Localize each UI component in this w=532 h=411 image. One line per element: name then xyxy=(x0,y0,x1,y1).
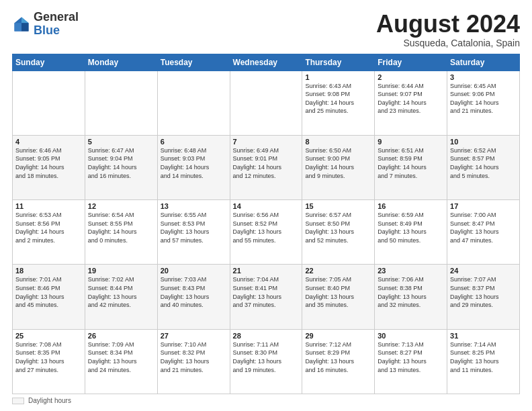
day-info: Sunrise: 7:01 AM Sunset: 8:46 PM Dayligh… xyxy=(15,275,82,309)
calendar-cell: 10Sunrise: 6:52 AM Sunset: 8:57 PM Dayli… xyxy=(447,135,520,199)
calendar-header-row: SundayMondayTuesdayWednesdayThursdayFrid… xyxy=(13,54,520,71)
day-number: 1 xyxy=(305,73,371,81)
logo-general: General xyxy=(34,10,79,24)
day-number: 15 xyxy=(305,202,371,210)
day-number: 25 xyxy=(15,332,82,340)
calendar-cell: 19Sunrise: 7:02 AM Sunset: 8:44 PM Dayli… xyxy=(85,265,157,329)
calendar-cell: 25Sunrise: 7:08 AM Sunset: 8:35 PM Dayli… xyxy=(13,329,85,394)
calendar-cell: 17Sunrise: 7:00 AM Sunset: 8:47 PM Dayli… xyxy=(447,200,520,265)
day-number: 18 xyxy=(15,267,82,275)
calendar-cell: 24Sunrise: 7:07 AM Sunset: 8:37 PM Dayli… xyxy=(447,265,520,329)
day-info: Sunrise: 7:08 AM Sunset: 8:35 PM Dayligh… xyxy=(15,340,82,374)
day-number: 5 xyxy=(88,138,154,146)
calendar-cell xyxy=(13,71,85,135)
day-info: Sunrise: 7:03 AM Sunset: 8:43 PM Dayligh… xyxy=(161,275,227,309)
weekday-header: Thursday xyxy=(302,54,375,71)
day-info: Sunrise: 6:45 AM Sunset: 9:06 PM Dayligh… xyxy=(450,82,517,116)
calendar-cell: 7Sunrise: 6:49 AM Sunset: 9:01 PM Daylig… xyxy=(230,135,302,199)
day-number: 30 xyxy=(378,332,444,340)
weekday-header: Friday xyxy=(375,54,447,71)
day-number: 31 xyxy=(450,332,517,340)
day-info: Sunrise: 6:52 AM Sunset: 8:57 PM Dayligh… xyxy=(450,146,517,180)
calendar-cell xyxy=(157,71,230,135)
day-info: Sunrise: 7:05 AM Sunset: 8:40 PM Dayligh… xyxy=(305,275,371,309)
month-year: August 2024 xyxy=(376,11,520,38)
day-number: 23 xyxy=(378,267,444,275)
calendar-cell: 13Sunrise: 6:55 AM Sunset: 8:53 PM Dayli… xyxy=(157,200,230,265)
weekday-header: Wednesday xyxy=(230,54,302,71)
day-info: Sunrise: 6:53 AM Sunset: 8:56 PM Dayligh… xyxy=(15,211,82,244)
footer-label: Daylight hours xyxy=(28,397,71,404)
day-info: Sunrise: 7:11 AM Sunset: 8:30 PM Dayligh… xyxy=(233,340,300,374)
day-number: 6 xyxy=(161,138,227,146)
calendar-table: SundayMondayTuesdayWednesdayThursdayFrid… xyxy=(12,54,520,394)
day-info: Sunrise: 6:55 AM Sunset: 8:53 PM Dayligh… xyxy=(161,211,227,244)
day-info: Sunrise: 6:47 AM Sunset: 9:04 PM Dayligh… xyxy=(88,146,154,180)
calendar-cell: 8Sunrise: 6:50 AM Sunset: 9:00 PM Daylig… xyxy=(302,135,375,199)
calendar-cell: 5Sunrise: 6:47 AM Sunset: 9:04 PM Daylig… xyxy=(85,135,157,199)
calendar-week-row: 1Sunrise: 6:43 AM Sunset: 9:08 PM Daylig… xyxy=(13,71,520,135)
day-number: 22 xyxy=(305,267,371,275)
day-number: 10 xyxy=(450,138,517,146)
day-info: Sunrise: 6:56 AM Sunset: 8:52 PM Dayligh… xyxy=(233,211,300,244)
calendar-cell: 26Sunrise: 7:09 AM Sunset: 8:34 PM Dayli… xyxy=(85,329,157,394)
page: General Blue August 2024 Susqueda, Catal… xyxy=(0,0,532,411)
day-number: 28 xyxy=(233,332,300,340)
day-number: 29 xyxy=(305,332,371,340)
calendar-cell: 23Sunrise: 7:06 AM Sunset: 8:38 PM Dayli… xyxy=(375,265,447,329)
day-number: 27 xyxy=(161,332,227,340)
calendar-cell: 27Sunrise: 7:10 AM Sunset: 8:32 PM Dayli… xyxy=(157,329,230,394)
calendar-cell xyxy=(85,71,157,135)
location: Susqueda, Catalonia, Spain xyxy=(376,38,520,48)
day-number: 8 xyxy=(305,138,371,146)
calendar-cell: 21Sunrise: 7:04 AM Sunset: 8:41 PM Dayli… xyxy=(230,265,302,329)
calendar-cell: 1Sunrise: 6:43 AM Sunset: 9:08 PM Daylig… xyxy=(302,71,375,135)
day-info: Sunrise: 6:59 AM Sunset: 8:49 PM Dayligh… xyxy=(378,211,444,244)
day-info: Sunrise: 7:12 AM Sunset: 8:29 PM Dayligh… xyxy=(305,340,371,374)
day-info: Sunrise: 7:06 AM Sunset: 8:38 PM Dayligh… xyxy=(378,275,444,309)
calendar-cell: 16Sunrise: 6:59 AM Sunset: 8:49 PM Dayli… xyxy=(375,200,447,265)
calendar-cell: 12Sunrise: 6:54 AM Sunset: 8:55 PM Dayli… xyxy=(85,200,157,265)
day-number: 13 xyxy=(161,202,227,210)
calendar-week-row: 11Sunrise: 6:53 AM Sunset: 8:56 PM Dayli… xyxy=(13,200,520,265)
day-number: 17 xyxy=(450,202,517,210)
calendar-week-row: 18Sunrise: 7:01 AM Sunset: 8:46 PM Dayli… xyxy=(13,265,520,329)
logo-blue-text: Blue xyxy=(34,24,60,37)
day-info: Sunrise: 7:04 AM Sunset: 8:41 PM Dayligh… xyxy=(233,275,300,309)
calendar-week-row: 4Sunrise: 6:46 AM Sunset: 9:05 PM Daylig… xyxy=(13,135,520,199)
day-number: 24 xyxy=(450,267,517,275)
day-info: Sunrise: 7:00 AM Sunset: 8:47 PM Dayligh… xyxy=(450,211,517,244)
footer: Daylight hours xyxy=(12,397,520,404)
day-number: 21 xyxy=(233,267,300,275)
svg-marker-2 xyxy=(21,23,29,31)
calendar-cell: 4Sunrise: 6:46 AM Sunset: 9:05 PM Daylig… xyxy=(13,135,85,199)
day-number: 26 xyxy=(88,332,154,340)
day-info: Sunrise: 7:13 AM Sunset: 8:27 PM Dayligh… xyxy=(378,340,444,374)
svg-marker-1 xyxy=(21,17,29,23)
calendar-cell: 31Sunrise: 7:14 AM Sunset: 8:25 PM Dayli… xyxy=(447,329,520,394)
header: General Blue August 2024 Susqueda, Catal… xyxy=(12,11,520,48)
day-info: Sunrise: 6:49 AM Sunset: 9:01 PM Dayligh… xyxy=(233,146,300,180)
day-number: 7 xyxy=(233,138,300,146)
day-number: 14 xyxy=(233,202,300,210)
calendar-cell: 15Sunrise: 6:57 AM Sunset: 8:50 PM Dayli… xyxy=(302,200,375,265)
day-number: 3 xyxy=(450,73,517,81)
calendar-cell: 11Sunrise: 6:53 AM Sunset: 8:56 PM Dayli… xyxy=(13,200,85,265)
weekday-header: Tuesday xyxy=(157,54,230,71)
day-number: 9 xyxy=(378,138,444,146)
svg-marker-3 xyxy=(15,23,22,31)
day-number: 4 xyxy=(15,138,82,146)
day-number: 20 xyxy=(161,267,227,275)
day-info: Sunrise: 7:10 AM Sunset: 8:32 PM Dayligh… xyxy=(161,340,227,374)
calendar-week-row: 25Sunrise: 7:08 AM Sunset: 8:35 PM Dayli… xyxy=(13,329,520,394)
logo: General Blue xyxy=(12,11,79,38)
calendar-cell: 6Sunrise: 6:48 AM Sunset: 9:03 PM Daylig… xyxy=(157,135,230,199)
title-block: August 2024 Susqueda, Catalonia, Spain xyxy=(376,11,520,48)
day-info: Sunrise: 6:43 AM Sunset: 9:08 PM Dayligh… xyxy=(305,82,371,116)
day-number: 2 xyxy=(378,73,444,81)
calendar-cell: 28Sunrise: 7:11 AM Sunset: 8:30 PM Dayli… xyxy=(230,329,302,394)
calendar-cell: 9Sunrise: 6:51 AM Sunset: 8:59 PM Daylig… xyxy=(375,135,447,199)
day-info: Sunrise: 6:48 AM Sunset: 9:03 PM Dayligh… xyxy=(161,146,227,180)
weekday-header: Monday xyxy=(85,54,157,71)
day-info: Sunrise: 6:57 AM Sunset: 8:50 PM Dayligh… xyxy=(305,211,371,244)
